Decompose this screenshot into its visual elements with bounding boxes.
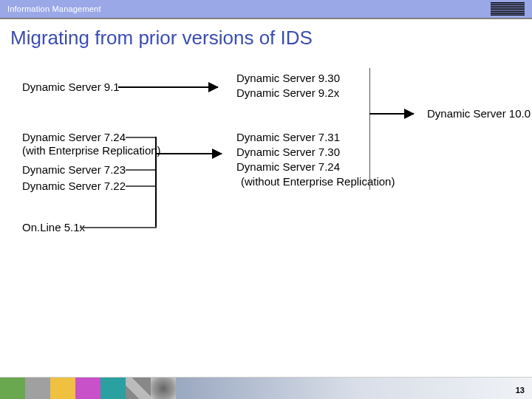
footer-swatch-purple	[75, 378, 100, 400]
header-bar: Information Management	[0, 0, 532, 18]
stub-left-723	[126, 169, 155, 171]
footer-swatch-teal	[100, 378, 126, 400]
footer-swatch-green	[0, 378, 25, 400]
label-mid-5: Dynamic Server 7.24	[236, 160, 340, 174]
footer-swatch-yellow	[50, 378, 75, 400]
label-left-3: Dynamic Server 7.23	[22, 163, 126, 177]
footer-swatch-gradient	[176, 378, 532, 400]
ibm-logo-icon	[491, 2, 525, 16]
label-mid-3: Dynamic Server 7.31	[236, 131, 340, 144]
brace-mid-right	[369, 68, 370, 190]
label-right-1: Dynamic Server 10.0	[427, 107, 531, 120]
label-mid-1: Dynamic Server 9.30	[236, 72, 340, 85]
svg-rect-1	[491, 4, 525, 4]
label-mid-4: Dynamic Server 7.30	[236, 146, 340, 159]
svg-rect-4	[491, 10, 525, 10]
page-number: 13	[516, 386, 525, 395]
label-left-1: Dynamic Server 9.1	[22, 81, 120, 94]
label-mid-2: Dynamic Server 9.2x	[236, 86, 339, 100]
header-title: Information Management	[7, 4, 101, 13]
stub-left-722	[126, 185, 155, 187]
footer-strip: 13	[0, 377, 532, 399]
footer-swatch-swirl	[151, 378, 176, 400]
svg-rect-7	[491, 15, 525, 16]
svg-rect-3	[491, 7, 525, 8]
ibm-logo	[491, 2, 525, 18]
stub-left-51x	[80, 227, 157, 228]
svg-rect-2	[491, 6, 525, 7]
slide-title: Migrating from prior versions of IDS	[0, 19, 532, 50]
label-left-5: On.Line 5.1x	[22, 221, 85, 234]
label-left-2a: Dynamic Server 7.24	[22, 131, 126, 144]
arrow-left-to-mid-top	[118, 86, 218, 88]
arrow-mid-to-right	[369, 113, 414, 115]
label-left-4: Dynamic Server 7.22	[22, 180, 126, 193]
svg-rect-6	[491, 13, 525, 13]
footer-swatch-grey1	[25, 378, 50, 400]
label-mid-6: (without Enterprise Replication)	[241, 175, 395, 188]
migration-diagram: Dynamic Server 9.1 Dynamic Server 7.24 (…	[0, 50, 532, 345]
arrow-leftgroup-to-mid	[155, 153, 222, 154]
svg-rect-5	[491, 11, 525, 12]
label-left-2b: (with Enterprise Replication)	[22, 144, 161, 157]
footer-swatch-grey2	[126, 378, 151, 400]
stub-left-724	[126, 137, 155, 138]
connector-left-vertical	[155, 137, 157, 228]
svg-rect-0	[491, 2, 525, 3]
